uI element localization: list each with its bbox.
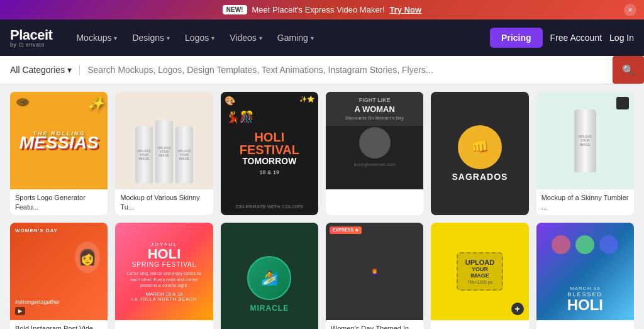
surfing-text: MIRACLE [250,304,289,313]
play-icon: ▶ [18,308,22,314]
card-holi-gradient[interactable]: MARCH 19 BLESSED HOLI [536,223,634,329]
card-surfing[interactable]: 🏄 MIRACLE Fun Logo Creator for a Sports.… [221,223,318,329]
card-grid: THE ROLLING MESSIAS ✨ 🛹 Sports Logo Gene… [0,84,644,329]
card-label-womens-fight [326,189,423,207]
express-badge: EXPRESS ★ [330,226,362,234]
nav-label-gaming: Gaming [277,33,308,43]
card-sagrados[interactable]: 👊 SAGRADOS Logo Template with a Religio.… [431,92,528,215]
nav-item-designs[interactable]: Designs ▾ [126,28,176,48]
chevron-down-icon: ▾ [259,35,262,42]
logo-sub: by ⊡ envato [10,42,52,48]
card-label-tumblers: Mockup of Various Skinny Tu... [115,189,213,215]
chevron-down-icon: ▾ [167,35,170,42]
card-image-messias: THE ROLLING MESSIAS ✨ 🛹 [10,92,108,189]
nav-item-gaming[interactable]: Gaming ▾ [271,28,320,48]
nav-label-videos: Videos [230,33,257,43]
card-holi-spring[interactable]: JOYFUL HOLI SPRING FESTIVAL Come sing, d… [115,223,213,329]
card-image-holi-post: ✨⭐ 🎨 HOLI FESTIVAL TOMORROW 18 & 19 CELE… [221,92,318,215]
logo-main: Placeit [10,28,52,42]
nav-menu: Mockups ▾ Designs ▾ Logos ▾ Videos ▾ Gam… [70,28,477,48]
chevron-down-icon: ▾ [311,35,314,42]
surfing-emblem: 🏄 [247,256,291,300]
card-upload-yellow[interactable]: UPLOAD YOUR IMAGE 750×1200 px + [431,223,528,329]
search-button[interactable]: 🔍 [613,56,644,84]
tumblers-visual: UPLOADYOURIMAGE UPLOADYOURIMAGE UPLOADYO… [135,92,193,189]
pricing-button[interactable]: Pricing [490,28,542,48]
chevron-down-icon: ▾ [67,65,72,75]
nav-item-logos[interactable]: Logos ▾ [179,28,221,48]
search-bar: All Categories ▾ 🔍 [0,56,644,84]
card-label-tumbler2: Mockup of a Skinny Tumbler ... [536,189,634,215]
nav-label-designs: Designs [132,33,164,43]
card-label-holi-spring [115,320,213,329]
tumbler-1: UPLOADYOURIMAGE [135,126,153,183]
holi-tomorrow: TOMORROW [242,156,296,167]
search-input[interactable] [87,65,605,75]
free-account-button[interactable]: Free Account [550,33,602,43]
chevron-down-icon: ▾ [114,35,117,42]
card-messias[interactable]: THE ROLLING MESSIAS ✨ 🛹 Sports Logo Gene… [10,92,108,215]
card-tumblers[interactable]: UPLOADYOURIMAGE UPLOADYOURIMAGE UPLOADYO… [115,92,213,215]
holi-title: HOLI FESTIVAL [226,131,313,156]
sagrados-text: SAGRADOS [452,172,508,182]
login-button[interactable]: Log In [609,33,634,43]
chevron-down-icon: ▾ [211,35,214,42]
tumbler-2: UPLOADYOURIMAGE [155,120,173,183]
card-image-holi-gradient: MARCH 19 BLESSED HOLI [536,223,634,320]
card-image-surfing: 🏄 MIRACLE [221,223,318,329]
card-image-sagrados: 👊 SAGRADOS [431,92,528,215]
try-now-link[interactable]: Try Now [390,5,422,14]
card-image-upload-yellow: UPLOAD YOUR IMAGE 750×1200 px + [431,223,528,320]
search-icon: 🔍 [622,64,635,76]
category-label: All Categories [10,65,65,75]
card-label-upload-yellow [431,320,528,329]
announcement-bar: NEW! Meet Placeit's Express Video Maker!… [0,0,644,20]
play-badge: ▶ [15,307,25,315]
card-label-womens-themed: Women's Day-Themed In... [326,320,423,329]
card-womens-fight[interactable]: FIGHT LIKE A WOMAN Discounts On Women's … [326,92,423,215]
plus-icon: + [511,303,524,315]
nav-item-mockups[interactable]: Mockups ▾ [70,28,123,48]
category-dropdown[interactable]: All Categories ▾ [10,65,80,75]
card-womens-themed[interactable]: EXPRESS ★ 👩‍🦰 Women's Day-Themed In... [326,223,423,329]
nav-item-videos[interactable]: Videos ▾ [223,28,269,48]
card-image-womens-day-story: WOMEN'S DAY #strongertogether ▶ 👩 [10,223,108,320]
card-label-womens-day-story: Bold Instagram Post Vide... [10,320,108,329]
card-womens-day-story[interactable]: WOMEN'S DAY #strongertogether ▶ 👩 Bold I… [10,223,108,329]
card-image-holi-spring: JOYFUL HOLI SPRING FESTIVAL Come sing, d… [115,223,213,320]
sagrados-emblem: 👊 [458,125,502,169]
messias-visual: THE ROLLING MESSIAS ✨ 🛹 [10,92,108,189]
logo[interactable]: Placeit by ⊡ envato [10,28,52,48]
card-label-messias: Sports Logo Generator Featu... [10,189,108,215]
card-image-womens-themed: EXPRESS ★ 👩‍🦰 [326,223,423,320]
card-image-tumbler2: UPLOADYOURIMAGE [536,92,634,189]
nav-label-mockups: Mockups [76,33,111,43]
card-tumbler2[interactable]: UPLOADYOURIMAGE Mockup of a Skinny Tumbl… [536,92,634,215]
close-announcement-button[interactable]: × [624,4,636,16]
new-badge: NEW! [223,5,247,14]
card-label-holi-gradient [536,320,634,329]
card-image-tumblers: UPLOADYOURIMAGE UPLOADYOURIMAGE UPLOADYO… [115,92,213,189]
card-holi-post[interactable]: ✨⭐ 🎨 HOLI FESTIVAL TOMORROW 18 & 19 CELE… [221,92,318,215]
sunglasses-icon [616,97,629,109]
announcement-message: Meet Placeit's Express Video Maker! [252,5,385,14]
card-image-womens-fight: FIGHT LIKE A WOMAN Discounts On Women's … [326,92,423,189]
nav-label-logos: Logos [185,33,209,43]
header-actions: Pricing Free Account Log In [490,28,634,48]
tumbler-3: UPLOADYOURIMAGE [175,126,193,183]
header: Placeit by ⊡ envato Mockups ▾ Designs ▾ … [0,20,644,56]
